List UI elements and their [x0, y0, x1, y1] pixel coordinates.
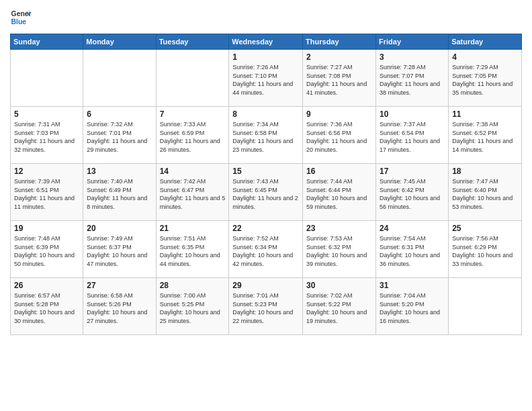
- weekday-header-monday: Monday: [83, 34, 156, 50]
- day-info: Sunrise: 7:52 AM Sunset: 6:34 PM Dayligh…: [232, 234, 299, 268]
- day-info: Sunrise: 7:47 AM Sunset: 6:40 PM Dayligh…: [452, 177, 518, 211]
- day-info: Sunrise: 7:02 AM Sunset: 5:22 PM Dayligh…: [306, 291, 372, 325]
- svg-text:Blue: Blue: [11, 18, 27, 26]
- day-info: Sunrise: 7:49 AM Sunset: 6:37 PM Dayligh…: [87, 234, 152, 268]
- weekday-header-saturday: Saturday: [449, 34, 522, 50]
- day-info: Sunrise: 6:57 AM Sunset: 5:28 PM Dayligh…: [14, 291, 79, 325]
- day-number: 17: [380, 167, 445, 176]
- day-info: Sunrise: 7:29 AM Sunset: 7:05 PM Dayligh…: [452, 63, 518, 97]
- day-number: 1: [232, 52, 299, 62]
- day-number: 25: [452, 224, 518, 233]
- day-info: Sunrise: 7:36 AM Sunset: 6:56 PM Dayligh…: [306, 120, 372, 154]
- day-number: 23: [306, 224, 372, 233]
- weekday-header-friday: Friday: [376, 34, 449, 50]
- day-cell: 13Sunrise: 7:40 AM Sunset: 6:49 PM Dayli…: [83, 164, 156, 221]
- day-cell: 24Sunrise: 7:54 AM Sunset: 6:31 PM Dayli…: [376, 221, 449, 278]
- day-info: Sunrise: 6:58 AM Sunset: 5:26 PM Dayligh…: [87, 291, 152, 325]
- day-info: Sunrise: 7:40 AM Sunset: 6:49 PM Dayligh…: [87, 177, 152, 211]
- day-cell: 9Sunrise: 7:36 AM Sunset: 6:56 PM Daylig…: [303, 107, 376, 164]
- day-number: 9: [306, 109, 372, 119]
- weekday-header-thursday: Thursday: [303, 34, 376, 50]
- day-cell: 26Sunrise: 6:57 AM Sunset: 5:28 PM Dayli…: [11, 278, 83, 335]
- day-number: 12: [14, 167, 79, 176]
- day-cell: 7Sunrise: 7:33 AM Sunset: 6:59 PM Daylig…: [156, 107, 229, 164]
- weekday-header-tuesday: Tuesday: [156, 34, 229, 50]
- day-cell: 19Sunrise: 7:48 AM Sunset: 6:39 PM Dayli…: [11, 221, 83, 278]
- day-info: Sunrise: 7:48 AM Sunset: 6:39 PM Dayligh…: [14, 234, 79, 268]
- day-number: 13: [87, 167, 152, 176]
- day-number: 8: [232, 109, 299, 119]
- day-info: Sunrise: 7:01 AM Sunset: 5:23 PM Dayligh…: [232, 291, 299, 325]
- week-row-5: 26Sunrise: 6:57 AM Sunset: 5:28 PM Dayli…: [11, 278, 522, 335]
- day-cell: 4Sunrise: 7:29 AM Sunset: 7:05 PM Daylig…: [449, 50, 522, 107]
- day-info: Sunrise: 7:34 AM Sunset: 6:58 PM Dayligh…: [232, 120, 299, 154]
- header: General Blue: [10, 7, 522, 28]
- day-cell: 11Sunrise: 7:38 AM Sunset: 6:52 PM Dayli…: [449, 107, 522, 164]
- day-number: 14: [160, 167, 226, 176]
- week-row-4: 19Sunrise: 7:48 AM Sunset: 6:39 PM Dayli…: [11, 221, 522, 278]
- day-cell: 8Sunrise: 7:34 AM Sunset: 6:58 PM Daylig…: [229, 107, 303, 164]
- day-number: 20: [87, 224, 152, 233]
- week-row-1: 1Sunrise: 7:26 AM Sunset: 7:10 PM Daylig…: [11, 50, 522, 107]
- day-number: 15: [232, 167, 299, 176]
- week-row-3: 12Sunrise: 7:39 AM Sunset: 6:51 PM Dayli…: [11, 164, 522, 221]
- day-number: 5: [14, 109, 79, 119]
- day-number: 11: [452, 109, 518, 119]
- day-info: Sunrise: 7:43 AM Sunset: 6:45 PM Dayligh…: [232, 177, 299, 211]
- day-number: 18: [452, 167, 518, 176]
- day-cell: 17Sunrise: 7:45 AM Sunset: 6:42 PM Dayli…: [376, 164, 449, 221]
- day-cell: [11, 50, 83, 107]
- day-number: 7: [160, 109, 226, 119]
- day-cell: 15Sunrise: 7:43 AM Sunset: 6:45 PM Dayli…: [229, 164, 303, 221]
- day-cell: 21Sunrise: 7:51 AM Sunset: 6:35 PM Dayli…: [156, 221, 229, 278]
- day-cell: 30Sunrise: 7:02 AM Sunset: 5:22 PM Dayli…: [303, 278, 376, 335]
- day-number: 26: [14, 281, 79, 290]
- day-info: Sunrise: 7:39 AM Sunset: 6:51 PM Dayligh…: [14, 177, 79, 211]
- day-info: Sunrise: 7:26 AM Sunset: 7:10 PM Dayligh…: [232, 63, 299, 97]
- day-cell: 22Sunrise: 7:52 AM Sunset: 6:34 PM Dayli…: [229, 221, 303, 278]
- day-number: 10: [380, 109, 445, 119]
- day-info: Sunrise: 7:28 AM Sunset: 7:07 PM Dayligh…: [380, 63, 445, 97]
- day-number: 31: [380, 281, 445, 290]
- day-info: Sunrise: 7:38 AM Sunset: 6:52 PM Dayligh…: [452, 120, 518, 154]
- day-number: 4: [452, 52, 518, 62]
- day-info: Sunrise: 7:33 AM Sunset: 6:59 PM Dayligh…: [160, 120, 226, 154]
- day-number: 28: [160, 281, 226, 290]
- day-cell: 16Sunrise: 7:44 AM Sunset: 6:44 PM Dayli…: [303, 164, 376, 221]
- day-cell: 31Sunrise: 7:04 AM Sunset: 5:20 PM Dayli…: [376, 278, 449, 335]
- day-info: Sunrise: 7:56 AM Sunset: 6:29 PM Dayligh…: [452, 234, 518, 268]
- weekday-header-wednesday: Wednesday: [229, 34, 303, 50]
- day-info: Sunrise: 7:27 AM Sunset: 7:08 PM Dayligh…: [306, 63, 372, 97]
- day-info: Sunrise: 7:42 AM Sunset: 6:47 PM Dayligh…: [160, 177, 226, 211]
- day-info: Sunrise: 7:37 AM Sunset: 6:54 PM Dayligh…: [380, 120, 445, 154]
- day-number: 22: [232, 224, 299, 233]
- day-cell: 1Sunrise: 7:26 AM Sunset: 7:10 PM Daylig…: [229, 50, 303, 107]
- day-number: 30: [306, 281, 372, 290]
- day-cell: 12Sunrise: 7:39 AM Sunset: 6:51 PM Dayli…: [11, 164, 83, 221]
- day-number: 19: [14, 224, 79, 233]
- day-cell: 6Sunrise: 7:32 AM Sunset: 7:01 PM Daylig…: [83, 107, 156, 164]
- day-info: Sunrise: 7:31 AM Sunset: 7:03 PM Dayligh…: [14, 120, 79, 154]
- day-cell: 20Sunrise: 7:49 AM Sunset: 6:37 PM Dayli…: [83, 221, 156, 278]
- day-info: Sunrise: 7:45 AM Sunset: 6:42 PM Dayligh…: [380, 177, 445, 211]
- day-cell: 23Sunrise: 7:53 AM Sunset: 6:32 PM Dayli…: [303, 221, 376, 278]
- logo: General Blue: [10, 7, 32, 28]
- day-cell: [83, 50, 156, 107]
- page: General Blue SundayMondayTuesdayWednesda…: [0, 0, 532, 411]
- day-cell: 5Sunrise: 7:31 AM Sunset: 7:03 PM Daylig…: [11, 107, 83, 164]
- day-cell: [449, 278, 522, 335]
- day-number: 2: [306, 52, 372, 62]
- day-cell: [156, 50, 229, 107]
- day-cell: 10Sunrise: 7:37 AM Sunset: 6:54 PM Dayli…: [376, 107, 449, 164]
- day-number: 21: [160, 224, 226, 233]
- day-number: 16: [306, 167, 372, 176]
- day-cell: 29Sunrise: 7:01 AM Sunset: 5:23 PM Dayli…: [229, 278, 303, 335]
- day-cell: 3Sunrise: 7:28 AM Sunset: 7:07 PM Daylig…: [376, 50, 449, 107]
- day-cell: 14Sunrise: 7:42 AM Sunset: 6:47 PM Dayli…: [156, 164, 229, 221]
- day-number: 24: [380, 224, 445, 233]
- day-info: Sunrise: 7:00 AM Sunset: 5:25 PM Dayligh…: [160, 291, 226, 325]
- day-cell: 18Sunrise: 7:47 AM Sunset: 6:40 PM Dayli…: [449, 164, 522, 221]
- day-number: 3: [380, 52, 445, 62]
- day-cell: 2Sunrise: 7:27 AM Sunset: 7:08 PM Daylig…: [303, 50, 376, 107]
- day-info: Sunrise: 7:04 AM Sunset: 5:20 PM Dayligh…: [380, 291, 445, 325]
